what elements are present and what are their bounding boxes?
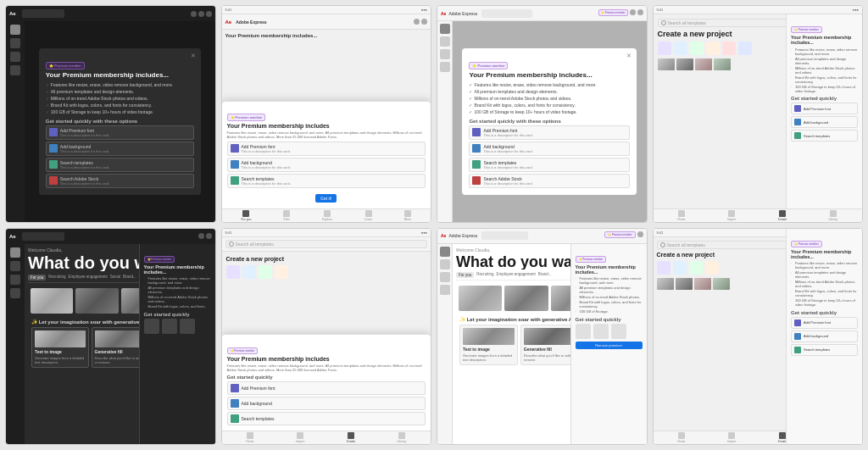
sidebar-explore[interactable] <box>10 261 20 271</box>
icon-1[interactable] <box>226 265 240 279</box>
tab-brand[interactable]: Brand... <box>538 272 552 278</box>
option-font[interactable]: Add Premium font <box>791 103 858 114</box>
option-background[interactable]: Add background This is a description for… <box>46 142 194 156</box>
tab-recruiting[interactable]: Recruiting <box>476 272 493 278</box>
tab-employee[interactable]: Employee engagement <box>69 275 108 281</box>
thumb-4[interactable] <box>713 278 730 290</box>
option-tmpl[interactable]: Search templates <box>791 130 858 142</box>
search-bar[interactable] <box>22 232 64 241</box>
opt-font[interactable]: Add Premium font <box>791 317 858 329</box>
sidebar-content[interactable] <box>440 285 450 295</box>
search-bar[interactable]: Search all templates <box>225 240 428 248</box>
nav-inspire[interactable]: Inspire <box>727 210 737 221</box>
option-bg[interactable]: Add background This is a description for… <box>469 142 630 156</box>
tab-for-you[interactable]: For you <box>456 272 474 278</box>
tmpl-icon[interactable] <box>611 324 626 339</box>
sidebar-brand-icon[interactable] <box>10 52 20 62</box>
option-bg[interactable]: Add background <box>227 397 426 410</box>
thumb-2[interactable] <box>676 58 693 70</box>
sidebar-home[interactable] <box>440 247 450 257</box>
icon-3[interactable] <box>259 265 272 279</box>
card-2[interactable] <box>504 286 548 311</box>
card-1[interactable] <box>31 288 73 314</box>
sidebar-content[interactable] <box>440 62 450 72</box>
option-font[interactable]: Add Premium font <box>227 381 426 395</box>
icon-doc[interactable] <box>658 42 671 55</box>
nav-learn[interactable]: Learn <box>364 210 372 221</box>
card-1[interactable]: Text to image Generate images from a det… <box>459 325 518 365</box>
nav-inspire[interactable]: Inspire <box>727 432 737 443</box>
tab-employee[interactable]: Employee engagement <box>497 272 536 278</box>
nav-inspire[interactable]: Inspire <box>296 432 305 443</box>
tab-social[interactable]: Social <box>110 275 120 281</box>
nav-create[interactable]: Create <box>778 210 787 221</box>
icon-video[interactable] <box>690 42 704 55</box>
stock-icon[interactable] <box>576 324 591 339</box>
stock-icon[interactable] <box>144 319 159 334</box>
nav-library[interactable]: Library <box>398 432 407 443</box>
thumb-3[interactable] <box>694 278 711 290</box>
sidebar-content-icon[interactable] <box>10 65 20 75</box>
nav-files[interactable]: Files <box>283 210 290 221</box>
search-bar[interactable] <box>22 9 64 18</box>
sidebar-explore-icon[interactable] <box>10 38 20 48</box>
icon-chart[interactable] <box>738 42 752 55</box>
nav-home[interactable]: Home <box>677 432 685 443</box>
icon-ai[interactable] <box>706 42 720 55</box>
card-1[interactable] <box>459 286 502 311</box>
option-stock[interactable]: Search Adobe Stock This is a description… <box>469 174 630 188</box>
icon-image[interactable] <box>674 42 687 55</box>
bg-icon[interactable] <box>593 324 609 339</box>
tab-for-you[interactable]: For you <box>28 275 46 281</box>
opt-bg[interactable]: Add background <box>791 331 858 342</box>
thumb-3[interactable] <box>695 58 712 70</box>
gen-ai-card-1[interactable]: Text to image Generate images from a det… <box>31 327 89 368</box>
tab-brand[interactable]: Brand... <box>123 275 136 281</box>
bg-icon[interactable] <box>162 319 177 334</box>
sidebar-home[interactable] <box>10 247 20 258</box>
tab-recruiting[interactable]: Recruiting <box>48 275 65 281</box>
icon-2[interactable] <box>673 261 687 275</box>
option-templates[interactable]: Search templates This is a description f… <box>46 158 194 172</box>
close-button[interactable]: ✕ <box>625 52 633 60</box>
option-bg[interactable]: Add background This is a description for… <box>227 158 426 172</box>
option-bg[interactable]: Add background <box>791 116 858 128</box>
nav-library[interactable]: Library <box>829 210 838 221</box>
option-tmpl[interactable]: Search templates This is a description f… <box>227 174 426 188</box>
thumb-1[interactable] <box>658 58 675 70</box>
icon-2[interactable] <box>242 265 256 279</box>
card-2[interactable] <box>75 288 118 314</box>
sidebar-explore[interactable] <box>440 259 450 269</box>
nav-home[interactable]: Home <box>677 210 685 221</box>
get-it-button[interactable]: Get it! <box>315 194 337 203</box>
thumb-2[interactable] <box>676 278 693 290</box>
option-font[interactable]: Add Premium font This is a description f… <box>469 125 630 140</box>
sidebar-home[interactable] <box>440 24 450 34</box>
remove-premium-btn[interactable]: Remove premium <box>576 342 643 349</box>
opt-tmpl[interactable]: Search templates <box>791 344 858 356</box>
close-button[interactable]: ✕ <box>189 52 198 60</box>
tmpl-icon[interactable] <box>180 319 195 334</box>
icon-1[interactable] <box>657 261 670 275</box>
nav-more[interactable]: More <box>404 210 411 221</box>
option-font[interactable]: Add Premium font This is a description f… <box>227 142 426 156</box>
nav-explore[interactable]: Explore <box>322 210 332 221</box>
thumb-4[interactable] <box>714 58 731 70</box>
sidebar-brand[interactable] <box>440 49 450 59</box>
thumb-1[interactable] <box>657 278 674 290</box>
sidebar-brand[interactable] <box>440 272 450 282</box>
option-font[interactable]: Add Premium font This is a description f… <box>46 125 194 140</box>
icon-design[interactable] <box>722 42 736 55</box>
search-bar[interactable] <box>481 231 528 240</box>
icon-4[interactable] <box>705 261 719 275</box>
option-tmpl[interactable]: Search templates <box>227 412 426 425</box>
sidebar-explore[interactable] <box>440 36 450 47</box>
sidebar-brand[interactable] <box>10 275 20 285</box>
search-bar[interactable] <box>481 9 532 18</box>
option-tmpl[interactable]: Search templates This is a description f… <box>469 158 630 172</box>
sidebar-calendar[interactable] <box>10 288 20 298</box>
option-stock[interactable]: Search Adobe Stock This is a description… <box>46 174 194 188</box>
nav-home[interactable]: Home <box>246 432 253 443</box>
sidebar-home-icon[interactable] <box>10 25 20 35</box>
icon-3[interactable] <box>689 261 703 275</box>
